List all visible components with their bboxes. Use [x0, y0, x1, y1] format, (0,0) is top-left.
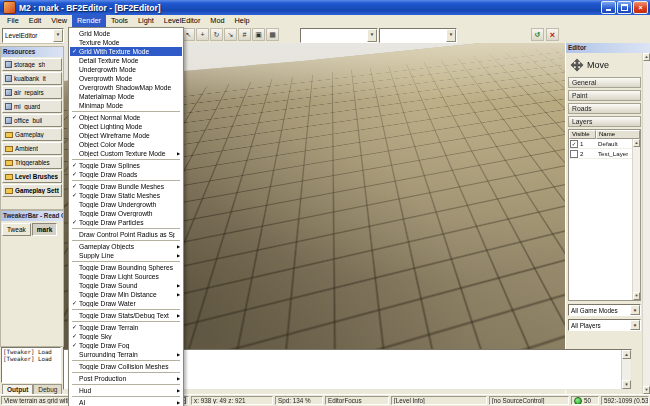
scrollbar-track[interactable] [633, 147, 640, 292]
section-button[interactable]: Paint [568, 90, 641, 101]
grid-icon[interactable]: ▦ [266, 28, 279, 41]
render-menu-item[interactable]: Object Wireframe Mode [70, 131, 182, 140]
tweaker-log[interactable]: [Tweaker] Load[Tweaker] Load [1, 347, 61, 383]
sync-icon[interactable]: ↺ [531, 28, 544, 41]
render-menu-item[interactable]: Overgrowth ShadowMap Mode [70, 83, 182, 92]
resource-item[interactable]: Gameplay [2, 128, 62, 141]
minimize-button[interactable] [601, 1, 616, 14]
delete-icon[interactable]: × [546, 28, 559, 41]
render-menu-item[interactable]: Toggle Draw Fog [70, 341, 182, 350]
render-menu-item[interactable]: Toggle Draw Terrain [70, 323, 182, 332]
resource-item[interactable]: air_repairs [2, 86, 62, 99]
resource-item[interactable]: Ambient [2, 142, 62, 155]
filter-combo[interactable]: All Players ▼ [568, 319, 641, 331]
menu-item[interactable]: Light [133, 15, 159, 27]
visibility-checkbox[interactable] [570, 150, 578, 158]
resource-item[interactable]: storage_sh [2, 58, 62, 71]
visibility-checkbox[interactable] [570, 140, 578, 148]
chevron-down-icon[interactable]: ▼ [446, 29, 456, 42]
maximize-button[interactable] [617, 1, 632, 14]
render-menu-item[interactable]: Supply Line [70, 251, 182, 260]
layers-header[interactable]: Layers [568, 116, 641, 127]
render-menu-item[interactable]: Grid With Texture Mode [70, 47, 182, 56]
object-filter-combo[interactable]: ▼ [300, 28, 378, 43]
render-menu-item[interactable]: AI [70, 398, 182, 406]
filter-combo[interactable]: All Game Modes ▼ [568, 304, 641, 316]
render-menu-item[interactable]: Toggle Draw Light Sources [70, 272, 182, 281]
menu-item[interactable]: Render [72, 15, 106, 27]
render-menu-item[interactable]: Post Production [70, 374, 182, 383]
menu-item[interactable]: Help [230, 15, 255, 27]
render-menu-item[interactable]: Toggle Draw Collision Meshes [70, 362, 182, 371]
camera-icon[interactable]: ▣ [252, 28, 265, 41]
scroll-down-icon[interactable]: ▼ [643, 386, 650, 394]
resource-item[interactable]: Triggerables [2, 156, 62, 169]
render-menu-item[interactable]: Toggle Draw Undergrowth [70, 200, 182, 209]
tweaker-tab[interactable]: Tweak [2, 223, 31, 236]
render-menu-item[interactable]: Toggle Draw Splines [70, 161, 182, 170]
render-menu-item[interactable]: Toggle Draw Min Distance [70, 290, 182, 299]
tweaker-tab[interactable]: mark [32, 223, 58, 236]
scroll-up-icon[interactable]: ▲ [643, 53, 650, 61]
layers-scrollbar[interactable]: ▲ ▼ [632, 139, 640, 300]
render-menu-item[interactable]: Toggle Sky [70, 332, 182, 341]
rotate-icon[interactable]: ↻ [210, 28, 223, 41]
render-menu-item[interactable]: Toggle Draw Bounding Spheres [70, 263, 182, 272]
object-select-combo[interactable]: ▼ [379, 28, 457, 43]
render-menu-item[interactable]: Toggle Draw Bundle Meshes [70, 182, 182, 191]
chevron-down-icon[interactable]: ▼ [630, 305, 640, 315]
chevron-down-icon[interactable]: ▼ [367, 29, 377, 42]
render-menu-item[interactable]: Overgrowth Mode [70, 74, 182, 83]
editor-panel-header[interactable]: Editor [566, 43, 650, 53]
layers-column-header[interactable]: Visible [569, 130, 596, 139]
chevron-down-icon[interactable]: ▼ [53, 29, 63, 42]
scroll-down-icon[interactable]: ▼ [633, 292, 640, 300]
render-menu-item[interactable]: Texture Mode [70, 38, 182, 47]
Test_Layer-icon[interactable]: 2 Test_Layer [569, 149, 640, 159]
render-menu-item[interactable]: Minimap Mode [70, 101, 182, 110]
render-menu-item[interactable]: Toggle Draw Overgrowth [70, 209, 182, 218]
scale-icon[interactable]: ↘ [224, 28, 237, 41]
render-menu-item[interactable]: Undergrowth Mode [70, 65, 182, 74]
section-button[interactable]: General [568, 77, 641, 88]
tweakerbar-header[interactable]: TweakerBar - Read Onl [1, 211, 63, 221]
render-menu-item[interactable]: Object Custom Texture Mode [70, 149, 182, 158]
menu-item[interactable]: File [2, 15, 24, 27]
menu-item[interactable]: LevelEditor [159, 15, 206, 27]
render-menu-item[interactable]: Toggle Draw Stats/Debug Text [70, 311, 182, 320]
scrollbar-track[interactable] [643, 61, 650, 386]
resource-item[interactable]: Level Brushes [2, 170, 62, 183]
menu-item[interactable]: View [46, 15, 72, 27]
Default-icon[interactable]: 1 Default [569, 139, 640, 149]
layers-column-header[interactable]: Name [596, 130, 640, 139]
scrollbar-track[interactable] [622, 359, 631, 380]
menu-item[interactable]: Tools [106, 15, 133, 27]
menu-item[interactable]: Mod [205, 15, 229, 27]
render-menu-item[interactable]: Toggle Draw Particles [70, 218, 182, 227]
menu-item[interactable]: Edit [24, 15, 47, 27]
render-menu-item[interactable]: Gameplay Objects [70, 242, 182, 251]
panel-scrollbar[interactable]: ▲ ▼ [642, 53, 650, 394]
resource-item[interactable]: mi_guard [2, 100, 62, 113]
render-menu-item[interactable]: Toggle Draw Roads [70, 170, 182, 179]
render-menu-item[interactable]: Toggle Draw Water [70, 299, 182, 308]
scroll-up-icon[interactable]: ▲ [633, 139, 640, 147]
render-menu-item[interactable]: Hud [70, 386, 182, 395]
render-menu-item[interactable]: Detail Texture Mode [70, 56, 182, 65]
render-menu-item[interactable]: Toggle Draw Static Meshes [70, 191, 182, 200]
close-button[interactable]: × [633, 1, 648, 14]
chevron-down-icon[interactable]: ▼ [630, 320, 640, 330]
render-menu-item[interactable]: Toggle Draw Sound [70, 281, 182, 290]
render-menu-item[interactable]: Grid Mode [70, 29, 182, 38]
scroll-up-icon[interactable]: ▲ [622, 350, 631, 359]
move-icon[interactable]: + [196, 28, 209, 41]
section-button[interactable]: Roads [568, 103, 641, 114]
render-menu-item[interactable]: Materialmap Mode [70, 92, 182, 101]
title-bar[interactable]: M2 : mark - BF2Editor - [BF2Editor] × [0, 0, 650, 15]
render-menu-item[interactable]: Surrounding Terrain [70, 350, 182, 359]
resource-item[interactable]: Gameplay Settin [2, 184, 62, 197]
console-scrollbar[interactable]: ▲ ▼ [621, 350, 631, 389]
scroll-down-icon[interactable]: ▼ [622, 380, 631, 389]
render-menu-item[interactable]: Object Lighting Mode [70, 122, 182, 131]
resource-item[interactable]: kualbank_it [2, 72, 62, 85]
